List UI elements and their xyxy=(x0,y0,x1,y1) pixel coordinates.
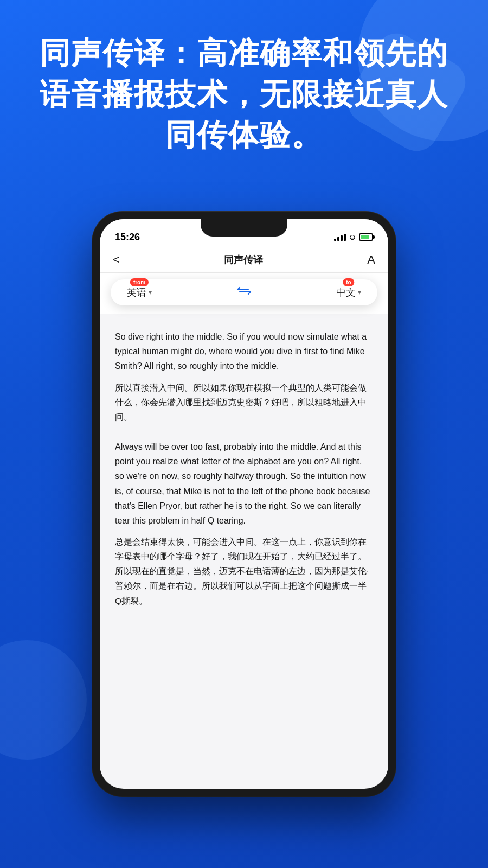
content-block-2: Always will be over too fast, probably i… xyxy=(115,439,373,608)
from-lang-button[interactable]: from 英语 ▾ xyxy=(127,286,152,299)
nav-title: 同声传译 xyxy=(224,253,263,266)
signal-bar-2 xyxy=(337,237,339,241)
to-lang-text: 中文 xyxy=(336,286,356,299)
nav-bar: < 同声传译 A xyxy=(100,247,388,273)
from-lang-label: 英语 ▾ xyxy=(127,286,152,299)
phone-screen: 15:26 ⊜ < 同声传译 A xyxy=(100,219,388,789)
content-en-1: So dive right into the middle. So if you… xyxy=(115,329,373,374)
status-icons: ⊜ xyxy=(334,233,373,241)
from-lang-text: 英语 xyxy=(127,286,146,299)
lang-bar-wrapper: from 英语 ▾ to xyxy=(100,273,388,314)
swap-languages-button[interactable] xyxy=(165,285,323,300)
headline-text: 同声传译：高准确率和领先的语音播报技术，无限接近真人同传体验。 xyxy=(27,33,461,156)
content-area: So dive right into the middle. So if you… xyxy=(100,314,388,639)
phone-mockup: 15:26 ⊜ < 同声传译 A xyxy=(92,212,396,796)
phone-notch xyxy=(201,219,287,237)
content-block-1: So dive right into the middle. So if you… xyxy=(115,329,373,424)
content-zh-1: 所以直接潜入中间。所以如果你现在模拟一个典型的人类可能会做什么，你会先潜入哪里找… xyxy=(115,380,373,424)
bg-decoration-3 xyxy=(0,640,87,760)
battery-fill xyxy=(361,235,369,239)
back-button[interactable]: < xyxy=(113,253,120,267)
to-lang-button[interactable]: to 中文 ▾ xyxy=(336,286,361,299)
to-lang-chevron: ▾ xyxy=(358,289,361,296)
signal-bar-1 xyxy=(334,239,336,241)
wifi-icon: ⊜ xyxy=(349,233,356,241)
status-time: 15:26 xyxy=(115,232,140,243)
signal-bar-3 xyxy=(341,235,343,241)
from-lang-chevron: ▾ xyxy=(149,289,152,296)
signal-icon xyxy=(334,233,346,241)
to-lang-label: 中文 ▾ xyxy=(336,286,361,299)
from-badge: from xyxy=(130,278,149,286)
phone-outer-frame: 15:26 ⊜ < 同声传译 A xyxy=(92,212,396,796)
content-zh-2: 总是会结束得太快，可能会进入中间。在这一点上，你意识到你在字母表中的哪个字母？好… xyxy=(115,534,373,608)
content-en-2: Always will be over too fast, probably i… xyxy=(115,439,373,528)
battery-icon xyxy=(359,233,373,241)
lang-bar: from 英语 ▾ to xyxy=(111,279,377,305)
signal-bar-4 xyxy=(344,234,346,241)
font-size-button[interactable]: A xyxy=(367,253,375,267)
to-badge: to xyxy=(343,278,354,286)
